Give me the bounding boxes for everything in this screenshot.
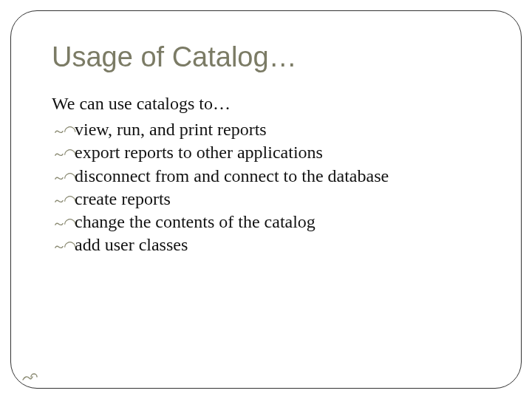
intro-text: We can use catalogs to… (52, 92, 488, 115)
corner-decoration-icon (22, 373, 37, 381)
bullet-text: disconnect from and connect to the datab… (75, 165, 389, 188)
bullet-icon: ～◠ (52, 168, 73, 187)
slide: Usage of Catalog… We can use catalogs to… (0, 0, 532, 399)
bullet-icon: ～◠ (52, 214, 73, 233)
bullet-item: ～◠ export reports to other applications (52, 141, 488, 164)
bullet-icon: ～◠ (52, 191, 73, 210)
bullet-text: change the contents of the catalog (75, 211, 316, 233)
bullet-text: view, run, and print reports (75, 118, 267, 141)
bullet-item: ～◠ disconnect from and connect to the da… (52, 165, 488, 188)
bullet-text: add user classes (75, 233, 188, 256)
bullet-item: ～◠ view, run, and print reports (52, 118, 488, 141)
slide-title: Usage of Catalog… (52, 41, 488, 73)
bullet-icon: ～◠ (52, 121, 73, 140)
bullet-item: ～◠ create reports (52, 188, 488, 211)
bullet-item: ～◠ add user classes (52, 233, 488, 256)
bullet-text: export reports to other applications (75, 141, 323, 164)
bullet-list: ～◠ view, run, and print reports ～◠ expor… (52, 118, 488, 256)
bullet-text: create reports (75, 188, 171, 211)
bullet-icon: ～◠ (52, 144, 73, 163)
bullet-item: ～◠ change the contents of the catalog (52, 211, 488, 233)
bullet-icon: ～◠ (52, 236, 73, 256)
slide-content: Usage of Catalog… We can use catalogs to… (52, 41, 488, 256)
